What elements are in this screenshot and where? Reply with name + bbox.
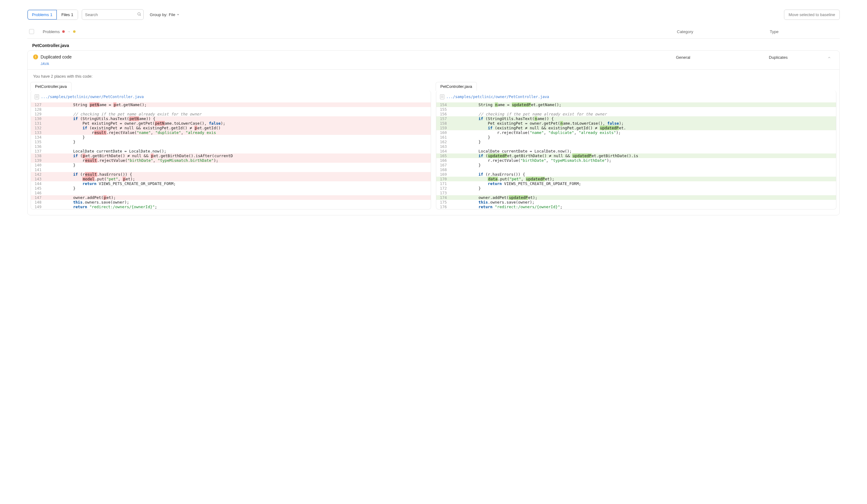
file-icon — [35, 94, 39, 99]
group-by-label: Group by: — [150, 12, 168, 17]
warning-icon: ! — [33, 54, 38, 59]
issue-type: Duplicates — [769, 54, 825, 60]
search-input[interactable] — [85, 12, 137, 17]
issue-header[interactable]: ! Duplicated code JAVA General Duplicate… — [28, 51, 839, 69]
toolbar: Problems 1 Files 1 Group by: File Move s… — [27, 9, 840, 20]
move-to-baseline-button[interactable]: Move selected to baseline — [784, 10, 840, 20]
file-path-link-left[interactable]: .../samples/petclinic/owner/PetControlle… — [41, 95, 144, 99]
tab-files-count: 1 — [71, 12, 73, 17]
header-type: Type — [770, 29, 838, 34]
tab-files-label: Files — [61, 12, 69, 17]
file-group-title: PetController.java — [27, 39, 840, 51]
diff-panes: PetController.java .../samples/petclinic… — [28, 82, 839, 215]
language-tag: JAVA — [41, 62, 676, 66]
arrow-right-icon: → — [67, 30, 71, 33]
pane-tab-left[interactable]: PetController.java — [30, 82, 72, 91]
code-block-left: 127 String petName = pet.getName(); 128 … — [31, 102, 431, 209]
tab-files[interactable]: Files 1 — [57, 10, 78, 20]
issue-message: You have 2 places with this code: — [28, 69, 839, 82]
group-by-dropdown[interactable]: Group by: File — [147, 12, 180, 17]
issue-body: You have 2 places with this code: PetCon… — [28, 69, 839, 215]
diff-pane-left: PetController.java .../samples/petclinic… — [31, 82, 431, 209]
view-tabs: Problems 1 Files 1 — [27, 10, 78, 20]
svg-line-1 — [140, 14, 141, 15]
group-by-value: File — [169, 12, 175, 17]
severity-warning-icon — [73, 30, 76, 33]
svg-point-0 — [138, 12, 140, 15]
issue-category: General — [676, 54, 769, 60]
search-icon — [137, 12, 141, 17]
pane-tab-right[interactable]: PetController.java — [436, 82, 477, 91]
tab-problems[interactable]: Problems 1 — [28, 10, 57, 20]
diff-pane-right: PetController.java .../samples/petclinic… — [436, 82, 836, 209]
chevron-up-icon — [825, 54, 834, 60]
header-problems: Problems — [43, 29, 60, 34]
code-block-right: 154 String name = updatedPet.getName(); … — [436, 102, 836, 209]
select-all-checkbox[interactable] — [29, 29, 34, 34]
search-input-wrap[interactable] — [82, 9, 144, 20]
table-header: Problems → Category Type — [27, 27, 840, 39]
tab-problems-count: 1 — [50, 12, 52, 17]
chevron-down-icon — [176, 12, 180, 17]
file-icon — [440, 94, 445, 99]
issue-title: Duplicated code — [41, 54, 72, 59]
file-path-link-right[interactable]: .../samples/petclinic/owner/PetControlle… — [446, 95, 549, 99]
header-category: Category — [677, 29, 770, 34]
tab-problems-label: Problems — [32, 12, 49, 17]
issue-row: ! Duplicated code JAVA General Duplicate… — [27, 51, 840, 215]
severity-error-icon — [62, 30, 65, 33]
